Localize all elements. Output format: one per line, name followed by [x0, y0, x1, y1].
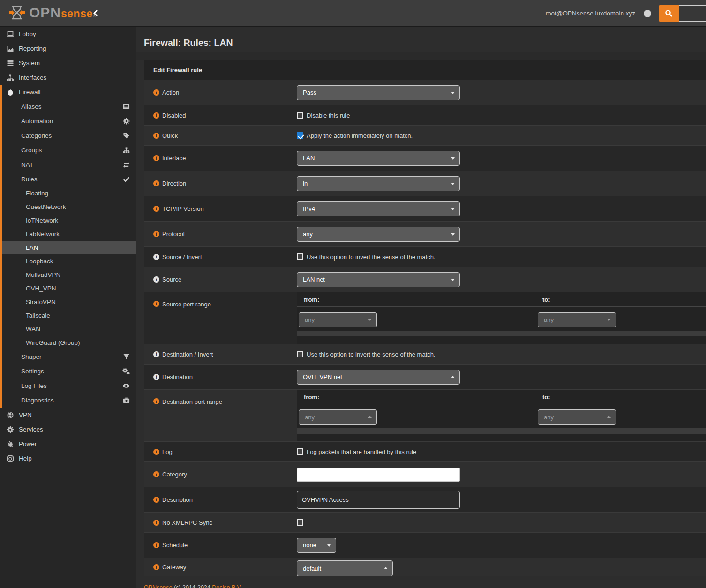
sidebar-item-reporting[interactable]: Reporting	[0, 41, 136, 56]
form-row-log: Log Log packets that are handled by this…	[144, 441, 706, 461]
sitemap-icon	[123, 147, 130, 154]
form-row-interface: Interface LAN	[144, 145, 706, 171]
form-row-ipversion: TCP/IP Version IPv4	[144, 196, 706, 221]
caret-up-icon	[384, 567, 388, 569]
action-select[interactable]: Pass	[297, 85, 460, 100]
sidebar-item-power[interactable]: Power	[0, 437, 136, 451]
schedule-select[interactable]: none	[297, 538, 336, 553]
search-input[interactable]	[679, 5, 706, 22]
info-icon[interactable]	[153, 564, 159, 570]
sidebar-item-shaper[interactable]: Shaper	[2, 350, 136, 364]
ipversion-select[interactable]: IPv4	[297, 201, 460, 216]
quick-checkbox[interactable]	[297, 132, 303, 139]
gear-icon	[6, 426, 15, 433]
info-icon[interactable]	[153, 155, 159, 161]
sidebar-item-rules-guestnetwork[interactable]: GuestNetwork	[2, 200, 136, 214]
sidebar-item-interfaces[interactable]: Interfaces	[0, 70, 136, 85]
sidebar-item-categories[interactable]: Categories	[2, 128, 136, 143]
info-icon[interactable]	[153, 374, 159, 380]
info-icon[interactable]	[153, 449, 159, 455]
horizontal-scrollbar[interactable]	[297, 331, 706, 336]
source-select[interactable]: LAN net	[297, 272, 460, 287]
sidebar-item-groups[interactable]: Groups	[2, 143, 136, 157]
sidebar-item-settings[interactable]: Settings	[2, 364, 136, 379]
sidebar-item-lobby[interactable]: Lobby	[0, 27, 136, 41]
sidebar-item-rules-wireguard-group[interactable]: WireGuard (Group)	[2, 336, 136, 350]
log-checkbox[interactable]	[297, 448, 303, 455]
info-icon[interactable]	[153, 497, 159, 503]
source-port-from-select[interactable]: any	[299, 312, 377, 327]
sidebar-item-log-files[interactable]: Log Files	[2, 379, 136, 393]
caret-down-icon	[451, 208, 455, 210]
protocol-select[interactable]: any	[297, 227, 460, 242]
info-icon[interactable]	[153, 398, 159, 404]
sidebar-item-firewall[interactable]: Firewall	[2, 85, 136, 99]
sidebar-item-rules-labnetwork[interactable]: LabNetwork	[2, 227, 136, 241]
sidebar-item-system[interactable]: System	[0, 56, 136, 70]
sidebar-item-aliases[interactable]: Aliases	[2, 99, 136, 114]
caret-down-icon	[451, 183, 455, 185]
footer-opnsense-link[interactable]: OPNsense	[144, 584, 172, 588]
form-row-source-invert: Source / Invert Use this option to inver…	[144, 246, 706, 267]
sidebar-item-diagnostics[interactable]: Diagnostics	[2, 393, 136, 408]
info-icon[interactable]	[153, 89, 159, 96]
status-indicator-dot[interactable]	[644, 10, 651, 17]
info-icon[interactable]	[153, 276, 159, 283]
form-row-direction: Direction in	[144, 171, 706, 196]
interface-select[interactable]: LAN	[297, 151, 460, 166]
horizontal-scrollbar[interactable]	[297, 428, 706, 434]
description-input[interactable]	[297, 491, 460, 509]
sidebar-collapse-chevron-left-icon[interactable]	[92, 9, 99, 17]
footer-deciso-link[interactable]: Deciso B.V.	[212, 584, 242, 588]
category-input[interactable]	[297, 468, 460, 482]
destination-invert-checkbox[interactable]	[297, 351, 303, 357]
form-row-no-xmlrpc-sync: No XMLRPC Sync	[144, 512, 706, 532]
info-icon[interactable]	[153, 133, 159, 139]
info-icon[interactable]	[153, 351, 159, 357]
info-icon[interactable]	[153, 542, 159, 548]
form-row-schedule: Schedule none	[144, 532, 706, 558]
sidebar-item-rules-stratovpn[interactable]: StratoVPN	[2, 295, 136, 309]
sidebar-item-rules-lan[interactable]: LAN	[2, 241, 136, 254]
caret-down-icon	[451, 92, 455, 94]
no-xmlrpc-sync-checkbox[interactable]	[297, 519, 303, 526]
port-from-header: from:	[297, 394, 538, 401]
search-icon	[665, 9, 673, 17]
globe-icon	[6, 411, 15, 419]
info-icon[interactable]	[153, 520, 159, 526]
sidebar-item-help[interactable]: Help	[0, 451, 136, 466]
sidebar-item-services[interactable]: Services	[0, 422, 136, 437]
sidebar-item-rules-floating[interactable]: Floating	[2, 186, 136, 200]
source-invert-checkbox[interactable]	[297, 253, 303, 260]
source-port-to-select[interactable]: any	[538, 312, 616, 327]
opnsense-logo[interactable]: OPNsense®	[8, 4, 96, 21]
direction-select[interactable]: in	[297, 176, 460, 191]
sidebar-item-rules[interactable]: Rules	[2, 172, 136, 186]
search-button[interactable]	[659, 5, 679, 22]
info-icon[interactable]	[153, 471, 159, 477]
info-icon[interactable]	[153, 254, 159, 260]
form-row-disabled: Disabled Disable this rule	[144, 105, 706, 125]
info-icon[interactable]	[153, 231, 159, 237]
sidebar-item-rules-loopback[interactable]: Loopback	[2, 254, 136, 268]
info-icon[interactable]	[153, 301, 159, 307]
sidebar-item-rules-iotnetwork[interactable]: IoTNetwork	[2, 214, 136, 227]
info-icon[interactable]	[153, 180, 159, 186]
sidebar-item-rules-wan[interactable]: WAN	[2, 322, 136, 336]
sidebar-item-rules-ovh-vpn[interactable]: OVH_VPN	[2, 282, 136, 295]
info-icon[interactable]	[153, 112, 159, 119]
form-row-gateway: Gateway default	[144, 558, 706, 576]
destination-port-to-select[interactable]: any	[538, 409, 616, 425]
disabled-checkbox[interactable]	[297, 112, 303, 119]
form-row-source-port: Source port range from: to: any	[144, 292, 706, 344]
sidebar-item-vpn[interactable]: VPN	[0, 408, 136, 422]
gears-icon	[122, 368, 130, 375]
destination-select[interactable]: OVH_VPN net	[297, 370, 460, 385]
sidebar-item-automation[interactable]: Automation	[2, 114, 136, 128]
info-icon[interactable]	[153, 206, 159, 212]
destination-port-from-select[interactable]: any	[299, 409, 377, 425]
gateway-select[interactable]: default	[297, 560, 393, 576]
sidebar-item-rules-tailscale[interactable]: Tailscale	[2, 309, 136, 322]
sidebar-item-rules-mullvadvpn[interactable]: MullvadVPN	[2, 268, 136, 282]
sidebar-item-nat[interactable]: NAT	[2, 157, 136, 172]
